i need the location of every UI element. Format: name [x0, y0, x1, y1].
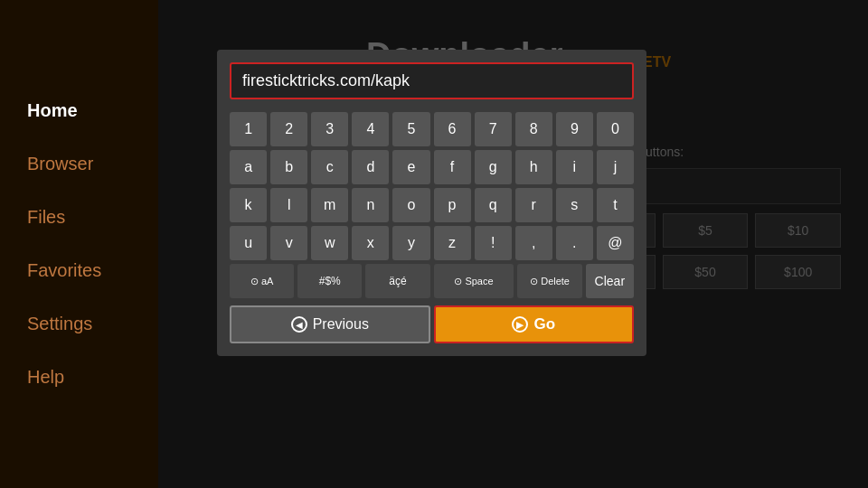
- sidebar-item-files[interactable]: Files: [0, 191, 158, 244]
- key-t[interactable]: t: [597, 188, 634, 222]
- key-d[interactable]: d: [352, 150, 389, 184]
- key-x[interactable]: x: [352, 226, 389, 260]
- sidebar-item-favorites[interactable]: Favorites: [0, 244, 158, 297]
- key-b[interactable]: b: [270, 150, 307, 184]
- key-4[interactable]: 4: [352, 112, 389, 146]
- key-8[interactable]: 8: [515, 112, 552, 146]
- key-p[interactable]: p: [434, 188, 471, 222]
- key-q[interactable]: q: [475, 188, 512, 222]
- key-symbols[interactable]: #$%: [297, 264, 362, 298]
- alpha-row-1: a b c d e f g h i j: [230, 150, 634, 184]
- key-v[interactable]: v: [270, 226, 307, 260]
- key-u[interactable]: u: [230, 226, 267, 260]
- key-accents[interactable]: äçé: [365, 264, 429, 298]
- previous-icon: ◀: [291, 316, 307, 333]
- go-button[interactable]: ▶ Go: [434, 305, 635, 343]
- key-i[interactable]: i: [556, 150, 593, 184]
- key-g[interactable]: g: [475, 150, 512, 184]
- key-9[interactable]: 9: [556, 112, 593, 146]
- bottom-action-row: ◀ Previous ▶ Go: [230, 305, 634, 343]
- key-3[interactable]: 3: [311, 112, 348, 146]
- key-at[interactable]: @: [597, 226, 634, 260]
- number-row: 1 2 3 4 5 6 7 8 9 0: [230, 112, 634, 146]
- key-2[interactable]: 2: [270, 112, 307, 146]
- key-n[interactable]: n: [352, 188, 389, 222]
- key-h[interactable]: h: [515, 150, 552, 184]
- key-y[interactable]: y: [392, 226, 429, 260]
- key-aA[interactable]: ⊙ aA: [230, 264, 294, 298]
- alpha-row-2: k l m n o p q r s t: [230, 188, 634, 222]
- keyboard-modal: firesticktricks.com/kapk 1 2 3 4 5 6 7 8…: [217, 50, 646, 356]
- key-z[interactable]: z: [434, 226, 471, 260]
- sidebar-item-settings[interactable]: Settings: [0, 297, 158, 351]
- key-1[interactable]: 1: [230, 112, 267, 146]
- previous-button[interactable]: ◀ Previous: [230, 305, 430, 343]
- key-w[interactable]: w: [311, 226, 348, 260]
- url-input-value: firesticktricks.com/kapk: [242, 71, 410, 89]
- alpha-row-3: u v w x y z ! , . @: [230, 226, 634, 260]
- key-7[interactable]: 7: [475, 112, 512, 146]
- sidebar: Home Browser Files Favorites Settings He…: [0, 0, 158, 488]
- special-row: ⊙ aA #$% äçé ⊙ Space ⊙ Delete Clear: [230, 264, 634, 298]
- sidebar-item-home[interactable]: Home: [0, 84, 158, 137]
- key-m[interactable]: m: [311, 188, 348, 222]
- key-5[interactable]: 5: [392, 112, 429, 146]
- sidebar-item-browser[interactable]: Browser: [0, 137, 158, 191]
- key-s[interactable]: s: [556, 188, 593, 222]
- key-e[interactable]: e: [392, 150, 429, 184]
- url-input-container[interactable]: firesticktricks.com/kapk: [230, 62, 634, 99]
- key-6[interactable]: 6: [434, 112, 471, 146]
- key-space[interactable]: ⊙ Space: [434, 264, 514, 298]
- key-l[interactable]: l: [270, 188, 307, 222]
- keyboard: 1 2 3 4 5 6 7 8 9 0 a b c d e f g h i j …: [230, 112, 634, 343]
- key-period[interactable]: .: [556, 226, 593, 260]
- sidebar-item-help[interactable]: Help: [0, 351, 158, 404]
- key-0[interactable]: 0: [597, 112, 634, 146]
- key-c[interactable]: c: [311, 150, 348, 184]
- key-comma[interactable]: ,: [515, 226, 552, 260]
- key-exclaim[interactable]: !: [475, 226, 512, 260]
- key-j[interactable]: j: [597, 150, 634, 184]
- key-clear[interactable]: Clear: [586, 264, 634, 298]
- key-r[interactable]: r: [515, 188, 552, 222]
- key-a[interactable]: a: [230, 150, 267, 184]
- key-k[interactable]: k: [230, 188, 267, 222]
- key-o[interactable]: o: [392, 188, 429, 222]
- go-icon: ▶: [512, 316, 528, 333]
- key-delete[interactable]: ⊙ Delete: [517, 264, 581, 298]
- key-f[interactable]: f: [434, 150, 471, 184]
